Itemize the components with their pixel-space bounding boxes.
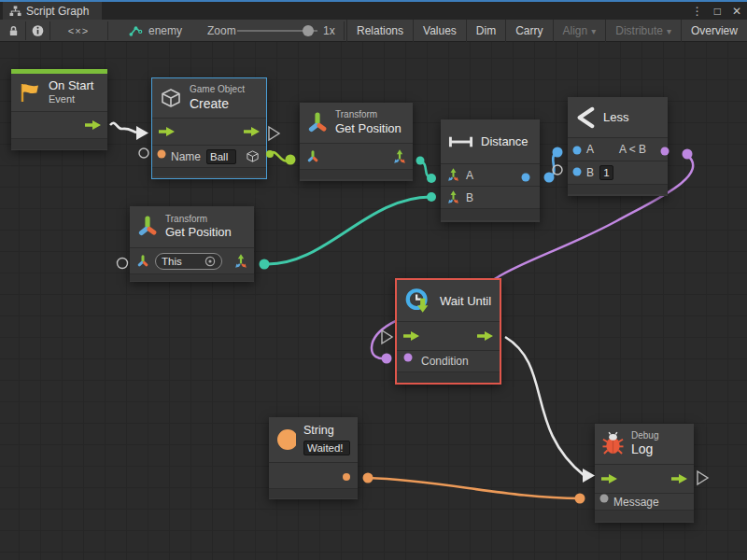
node-get-position-left[interactable]: Transform Get Position This (130, 206, 254, 282)
unconnected-port-ring (118, 259, 128, 269)
node-footer (152, 167, 266, 176)
transform-in-port[interactable] (306, 149, 319, 163)
flow-in-port[interactable] (403, 330, 419, 342)
carry-button[interactable]: Carry (505, 20, 552, 42)
port-b-label: B (586, 166, 594, 179)
less-than-icon (575, 105, 596, 130)
distribute-dropdown[interactable]: Distribute▾ (605, 20, 681, 42)
wire-arrowhead (583, 469, 595, 483)
node-footer (269, 488, 358, 498)
wire-endpoint-dot[interactable] (363, 473, 374, 483)
wire-endpoint-dot[interactable] (286, 155, 296, 165)
tab-title: Script Graph (26, 5, 89, 18)
node-title: Distance (481, 134, 529, 148)
zoom-slider-knob[interactable] (303, 25, 314, 36)
transform-gizmo-icon (307, 111, 328, 135)
window-close-icon[interactable]: ✕ (732, 5, 741, 18)
hierarchy-icon (9, 6, 21, 17)
node-distance[interactable]: Distance A B (441, 119, 540, 222)
transform-gizmo-icon (137, 215, 158, 239)
result-port-label: A < B (619, 143, 646, 156)
graph-canvas[interactable]: On Start Event Game Object Create (0, 42, 747, 560)
window-controls: ⋮ □ ✕ (692, 2, 741, 20)
wire-endpoint-dot[interactable] (427, 174, 436, 183)
wire-endpoint-dot[interactable] (544, 173, 555, 183)
node-create-game-object[interactable]: Game Object Create Name (152, 78, 266, 178)
wire-endpoint-dot[interactable] (575, 494, 585, 504)
port-dot[interactable] (266, 150, 274, 158)
wire-endpoint-dot[interactable] (427, 192, 436, 202)
relations-button[interactable]: Relations (346, 20, 413, 42)
node-get-position-top[interactable]: Transform Get Position (300, 103, 413, 181)
unconnected-port-ring (553, 165, 562, 175)
unconnected-flow-triangle (382, 330, 392, 343)
node-string-literal[interactable]: String (269, 417, 358, 499)
code-icon: <×> (68, 25, 89, 36)
info-button[interactable] (26, 20, 49, 42)
wire-wait-to-debuglog[interactable] (505, 337, 584, 475)
tab-bar: Script Graph ⋮ □ ✕ (0, 2, 747, 20)
name-value-field[interactable] (206, 149, 236, 164)
wire-getpositiontop-to-distance-a[interactable] (420, 161, 431, 178)
zoom-slider[interactable] (237, 20, 317, 42)
wire-onstart-to-create[interactable] (110, 123, 136, 133)
node-debug-log[interactable]: Debug Log Message (595, 424, 694, 523)
unconnected-flow-triangle (269, 127, 279, 140)
wire-endpoint-dot[interactable] (382, 354, 392, 364)
port-b-label: B (466, 191, 473, 204)
port-dot[interactable] (416, 157, 425, 165)
node-subtitle: Event (49, 93, 93, 106)
target-field[interactable]: This (155, 253, 222, 270)
graph-icon (129, 24, 143, 37)
string-value-field[interactable] (303, 441, 350, 455)
vector3-out-port[interactable] (234, 254, 247, 269)
wire-distance-to-less-a[interactable] (549, 152, 557, 177)
condition-port-label: Condition (421, 355, 469, 368)
overview-button[interactable]: Overview (681, 20, 747, 42)
flow-out-port[interactable] (244, 126, 260, 137)
dim-button[interactable]: Dim (466, 20, 505, 42)
values-button[interactable]: Values (413, 20, 466, 42)
node-less[interactable]: Less A A < B B (568, 97, 668, 196)
flow-in-port[interactable] (159, 126, 175, 137)
node-title: String (303, 424, 350, 439)
wire-arrowhead (136, 126, 148, 140)
flow-out-port[interactable] (477, 330, 493, 342)
node-wait-until[interactable]: Wait Until Condition (395, 278, 501, 385)
chevron-down-icon: ▾ (591, 26, 596, 36)
graph-name: enemy (148, 24, 182, 37)
zoom-value: 1x (323, 24, 335, 37)
flow-out-port[interactable] (85, 119, 101, 131)
window-menu-icon[interactable]: ⋮ (692, 5, 703, 18)
wire-create-to-getposition[interactable] (270, 152, 290, 161)
node-footer (397, 371, 500, 383)
wire-string-to-message[interactable] (368, 478, 580, 498)
wire-getpositionleft-to-distance-b[interactable] (264, 197, 430, 264)
wire-endpoint-dot[interactable] (683, 149, 693, 160)
port-dot[interactable] (260, 259, 270, 270)
window-maximize-icon[interactable]: □ (714, 5, 721, 18)
flow-in-port[interactable] (601, 473, 617, 484)
cube-icon (160, 87, 182, 109)
vector3-in-port-b[interactable] (447, 190, 459, 204)
node-footer (441, 208, 540, 220)
b-value-field[interactable] (599, 165, 613, 180)
vector3-out-port[interactable] (393, 149, 406, 164)
lock-button[interactable] (2, 20, 24, 42)
graph-reference[interactable]: enemy (129, 20, 182, 42)
node-on-start-event[interactable]: On Start Event (11, 69, 107, 150)
wire-endpoint-dot[interactable] (553, 147, 563, 158)
tab-script-graph[interactable]: Script Graph (3, 2, 102, 20)
flow-out-port[interactable] (671, 473, 687, 484)
unconnected-port-ring (139, 148, 148, 158)
game-object-out-port cube-icon[interactable] (246, 149, 260, 163)
node-title: Less (603, 110, 628, 124)
vector3-in-port-a[interactable] (447, 168, 459, 182)
object-picker-icon[interactable] (204, 256, 216, 267)
node-title: On Start (49, 78, 93, 93)
message-port-label: Message (613, 496, 659, 509)
align-dropdown[interactable]: Align▾ (553, 20, 606, 42)
code-view-button[interactable]: <×> (50, 20, 106, 42)
info-icon (32, 24, 44, 37)
transform-in-port[interactable] (136, 254, 149, 268)
